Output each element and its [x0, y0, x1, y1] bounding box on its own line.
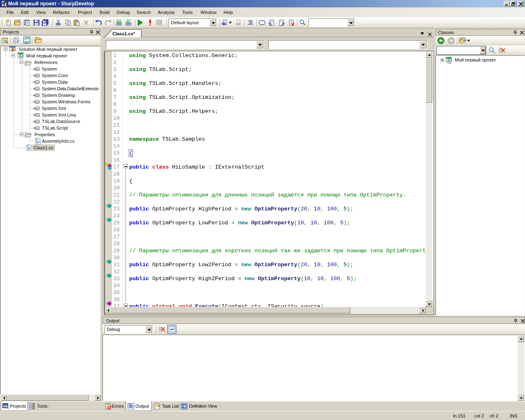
svg-text:#: #: [20, 54, 21, 57]
svg-text:#: #: [448, 58, 450, 61]
svg-text:#: #: [36, 138, 38, 142]
svg-text:#: #: [27, 144, 29, 148]
